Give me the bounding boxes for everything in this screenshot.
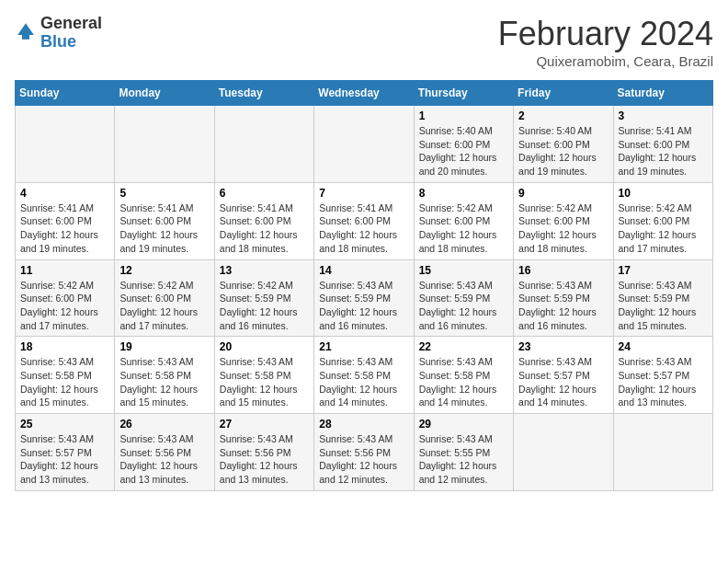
day-number: 2: [518, 109, 608, 122]
calendar-day-cell: 5Sunrise: 5:41 AM Sunset: 6:00 PM Daylig…: [115, 182, 214, 259]
calendar-header-row: SundayMondayTuesdayWednesdayThursdayFrid…: [16, 81, 713, 106]
day-number: 4: [20, 187, 109, 200]
day-detail: Sunrise: 5:40 AM Sunset: 6:00 PM Dayligh…: [419, 124, 508, 178]
calendar-day-cell: 14Sunrise: 5:43 AM Sunset: 5:59 PM Dayli…: [314, 259, 414, 337]
logo: General Blue: [15, 15, 102, 52]
day-detail: Sunrise: 5:40 AM Sunset: 6:00 PM Dayligh…: [518, 124, 608, 178]
calendar-day-cell: [613, 414, 712, 491]
calendar-day-cell: 15Sunrise: 5:43 AM Sunset: 5:59 PM Dayli…: [414, 259, 513, 337]
day-number: 25: [20, 418, 109, 431]
day-detail: Sunrise: 5:43 AM Sunset: 5:59 PM Dayligh…: [319, 279, 408, 333]
day-number: 6: [220, 187, 309, 200]
day-detail: Sunrise: 5:42 AM Sunset: 5:59 PM Dayligh…: [220, 279, 309, 333]
calendar-day-cell: 16Sunrise: 5:43 AM Sunset: 5:59 PM Dayli…: [514, 259, 613, 337]
day-number: 8: [419, 187, 508, 200]
day-of-week-header: Wednesday: [314, 81, 414, 106]
day-number: 3: [619, 109, 708, 122]
calendar-day-cell: 3Sunrise: 5:41 AM Sunset: 6:00 PM Daylig…: [613, 106, 712, 183]
title-block: February 2024 Quixeramobim, Ceara, Brazi…: [498, 15, 713, 69]
day-number: 9: [518, 187, 608, 200]
day-detail: Sunrise: 5:43 AM Sunset: 5:58 PM Dayligh…: [319, 355, 408, 409]
day-detail: Sunrise: 5:43 AM Sunset: 5:56 PM Dayligh…: [119, 432, 209, 487]
day-detail: Sunrise: 5:43 AM Sunset: 5:59 PM Dayligh…: [518, 279, 608, 333]
calendar-week-row: 18Sunrise: 5:43 AM Sunset: 5:58 PM Dayli…: [16, 337, 713, 414]
calendar-day-cell: 11Sunrise: 5:42 AM Sunset: 6:00 PM Dayli…: [16, 259, 115, 337]
calendar-day-cell: [514, 414, 613, 491]
calendar-day-cell: 9Sunrise: 5:42 AM Sunset: 6:00 PM Daylig…: [514, 182, 613, 259]
day-detail: Sunrise: 5:43 AM Sunset: 5:57 PM Dayligh…: [518, 355, 608, 409]
day-detail: Sunrise: 5:43 AM Sunset: 5:57 PM Dayligh…: [619, 355, 708, 409]
day-number: 14: [319, 264, 408, 277]
day-detail: Sunrise: 5:41 AM Sunset: 6:00 PM Dayligh…: [20, 201, 109, 256]
calendar-day-cell: 18Sunrise: 5:43 AM Sunset: 5:58 PM Dayli…: [16, 337, 115, 414]
day-of-week-header: Thursday: [414, 81, 513, 106]
calendar-subtitle: Quixeramobim, Ceara, Brazil: [498, 53, 713, 69]
day-detail: Sunrise: 5:43 AM Sunset: 5:59 PM Dayligh…: [619, 279, 708, 333]
day-number: 20: [220, 340, 309, 353]
calendar-day-cell: 20Sunrise: 5:43 AM Sunset: 5:58 PM Dayli…: [214, 337, 313, 414]
calendar-week-row: 4Sunrise: 5:41 AM Sunset: 6:00 PM Daylig…: [16, 182, 713, 259]
calendar-day-cell: 13Sunrise: 5:42 AM Sunset: 5:59 PM Dayli…: [214, 259, 313, 337]
page-header: General Blue February 2024 Quixeramobim,…: [15, 15, 713, 69]
day-detail: Sunrise: 5:43 AM Sunset: 5:58 PM Dayligh…: [220, 355, 309, 409]
day-number: 7: [319, 187, 408, 200]
calendar-day-cell: 25Sunrise: 5:43 AM Sunset: 5:57 PM Dayli…: [16, 414, 115, 491]
day-number: 10: [619, 187, 708, 200]
day-detail: Sunrise: 5:42 AM Sunset: 6:00 PM Dayligh…: [20, 279, 109, 333]
calendar-day-cell: 10Sunrise: 5:42 AM Sunset: 6:00 PM Dayli…: [613, 182, 712, 259]
day-detail: Sunrise: 5:42 AM Sunset: 6:00 PM Dayligh…: [518, 201, 608, 256]
day-of-week-header: Monday: [115, 81, 214, 106]
logo-text: General Blue: [40, 15, 102, 52]
calendar-day-cell: 24Sunrise: 5:43 AM Sunset: 5:57 PM Dayli…: [613, 337, 712, 414]
day-number: 28: [319, 418, 408, 431]
day-detail: Sunrise: 5:43 AM Sunset: 5:55 PM Dayligh…: [419, 432, 508, 487]
calendar-week-row: 25Sunrise: 5:43 AM Sunset: 5:57 PM Dayli…: [16, 414, 713, 491]
day-number: 21: [319, 340, 408, 353]
day-detail: Sunrise: 5:43 AM Sunset: 5:58 PM Dayligh…: [419, 355, 508, 409]
calendar-title: February 2024: [498, 15, 713, 53]
calendar-day-cell: 8Sunrise: 5:42 AM Sunset: 6:00 PM Daylig…: [414, 182, 513, 259]
day-detail: Sunrise: 5:43 AM Sunset: 5:56 PM Dayligh…: [319, 432, 408, 487]
calendar-day-cell: 26Sunrise: 5:43 AM Sunset: 5:56 PM Dayli…: [115, 414, 214, 491]
svg-marker-0: [17, 23, 34, 35]
logo-blue-text: Blue: [40, 32, 76, 51]
day-number: 19: [119, 340, 209, 353]
calendar-day-cell: 6Sunrise: 5:41 AM Sunset: 6:00 PM Daylig…: [214, 182, 313, 259]
day-detail: Sunrise: 5:41 AM Sunset: 6:00 PM Dayligh…: [220, 201, 309, 256]
calendar-table: SundayMondayTuesdayWednesdayThursdayFrid…: [15, 80, 713, 491]
calendar-day-cell: 19Sunrise: 5:43 AM Sunset: 5:58 PM Dayli…: [115, 337, 214, 414]
calendar-day-cell: 12Sunrise: 5:42 AM Sunset: 6:00 PM Dayli…: [115, 259, 214, 337]
svg-rect-1: [22, 35, 29, 40]
day-detail: Sunrise: 5:41 AM Sunset: 6:00 PM Dayligh…: [619, 124, 708, 178]
day-number: 16: [518, 264, 608, 277]
calendar-day-cell: 1Sunrise: 5:40 AM Sunset: 6:00 PM Daylig…: [414, 106, 513, 183]
day-detail: Sunrise: 5:42 AM Sunset: 6:00 PM Dayligh…: [419, 201, 508, 256]
calendar-day-cell: [214, 106, 313, 183]
day-of-week-header: Saturday: [613, 81, 712, 106]
day-of-week-header: Sunday: [16, 81, 115, 106]
day-number: 13: [220, 264, 309, 277]
calendar-day-cell: 28Sunrise: 5:43 AM Sunset: 5:56 PM Dayli…: [314, 414, 414, 491]
calendar-day-cell: 4Sunrise: 5:41 AM Sunset: 6:00 PM Daylig…: [16, 182, 115, 259]
calendar-body: 1Sunrise: 5:40 AM Sunset: 6:00 PM Daylig…: [16, 106, 713, 491]
calendar-day-cell: [16, 106, 115, 183]
logo-general-text: General: [40, 14, 102, 32]
calendar-day-cell: [314, 106, 414, 183]
calendar-day-cell: 7Sunrise: 5:41 AM Sunset: 6:00 PM Daylig…: [314, 182, 414, 259]
day-number: 23: [518, 340, 608, 353]
calendar-day-cell: 23Sunrise: 5:43 AM Sunset: 5:57 PM Dayli…: [514, 337, 613, 414]
day-detail: Sunrise: 5:43 AM Sunset: 5:59 PM Dayligh…: [419, 279, 508, 333]
day-number: 27: [220, 418, 309, 431]
calendar-day-cell: 27Sunrise: 5:43 AM Sunset: 5:56 PM Dayli…: [214, 414, 313, 491]
day-detail: Sunrise: 5:42 AM Sunset: 6:00 PM Dayligh…: [119, 279, 209, 333]
calendar-day-cell: 17Sunrise: 5:43 AM Sunset: 5:59 PM Dayli…: [613, 259, 712, 337]
day-detail: Sunrise: 5:41 AM Sunset: 6:00 PM Dayligh…: [319, 201, 408, 256]
logo-icon: [15, 20, 37, 42]
day-detail: Sunrise: 5:42 AM Sunset: 6:00 PM Dayligh…: [619, 201, 708, 256]
day-detail: Sunrise: 5:41 AM Sunset: 6:00 PM Dayligh…: [119, 201, 209, 256]
day-number: 18: [20, 340, 109, 353]
day-number: 1: [419, 109, 508, 122]
day-number: 5: [119, 187, 209, 200]
calendar-day-cell: 29Sunrise: 5:43 AM Sunset: 5:55 PM Dayli…: [414, 414, 513, 491]
day-number: 24: [619, 340, 708, 353]
